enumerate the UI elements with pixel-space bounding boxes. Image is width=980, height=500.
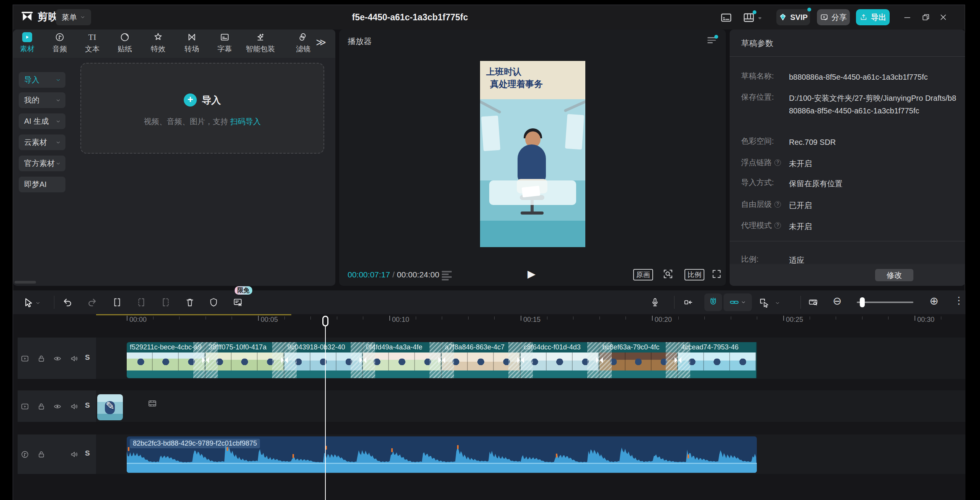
eye-icon[interactable] [53,402,62,411]
workspace-layout-icon[interactable] [743,11,755,24]
lock-icon[interactable] [37,402,46,411]
horizontal-scrollbar[interactable] [15,281,36,284]
export-button[interactable]: 导出 [856,9,890,25]
sidebar-item-mine[interactable]: 我的 [19,92,65,108]
lock-icon[interactable] [37,354,46,363]
player-menu-icon[interactable] [707,37,716,45]
transition-icon[interactable] [674,356,682,364]
transition-icon[interactable] [201,356,210,364]
sidebar-item-official-media[interactable]: 官方素材 [19,156,65,171]
ratio-button[interactable]: 比例 [684,269,704,280]
fullscreen-icon[interactable] [711,269,723,280]
film-clip-icon[interactable] [148,399,157,408]
ruler-label: 00:05 [261,316,278,324]
smart-crop-icon[interactable] [233,297,243,307]
preview-mode-chevron-icon[interactable] [775,300,780,306]
maximize-button[interactable] [921,13,930,22]
split-keep-left-icon[interactable] [136,297,146,307]
transition-icon[interactable] [359,356,367,364]
sidebar-label: 云素材 [24,137,47,148]
mask-shield-icon[interactable] [209,297,219,307]
help-icon[interactable]: ? [774,201,781,208]
minimize-button[interactable] [903,13,912,22]
sidebar-item-ai-generate[interactable]: AI 生成 [19,113,65,129]
tab-sticker[interactable]: 贴纸 [109,32,141,56]
video-track-icon [21,354,29,363]
preview-image[interactable]: 上班时认 真处理着事务 [480,61,585,247]
zoom-in-icon[interactable]: ⊕ [929,296,938,306]
adapt-timeline-icon[interactable] [808,297,818,307]
tab-text[interactable]: TI 文本 [76,32,108,56]
more-options-icon[interactable]: ⋮ [954,295,964,305]
zoom-out-icon[interactable]: ⊖ [833,296,841,306]
tab-label: 素材 [20,44,34,54]
more-tabs-button[interactable]: ≫ [313,36,328,48]
playhead-handle[interactable] [322,316,328,326]
import-dropzone[interactable]: + 导入 视频、音频、图片，支持 扫码导入 [80,63,324,154]
ruler-tick [573,316,573,320]
svip-button[interactable]: SVIP [776,9,810,25]
mute-speaker-icon[interactable] [70,402,78,411]
field-label: 草稿名称: [741,71,774,81]
mute-speaker-icon[interactable] [70,450,78,459]
solo-button[interactable]: S [85,449,90,457]
field-value: 未开启 [789,157,956,170]
lock-icon[interactable] [37,450,46,459]
record-voiceover-icon[interactable] [650,297,660,307]
original-quality-button[interactable]: 原画 [633,269,653,280]
auto-snap-icon[interactable] [683,297,693,307]
tab-audio[interactable]: 音频 [44,32,76,56]
preview-follow-cursor-icon[interactable] [759,297,770,307]
tab-smart-pack[interactable]: 智能包装 [241,32,279,56]
magnet-snap-toggle[interactable] [704,293,722,311]
help-icon[interactable]: ? [774,222,781,229]
menu-button[interactable]: 菜单 [56,9,91,25]
link-preview-toggle[interactable] [724,293,752,311]
split-keep-right-icon[interactable] [161,297,171,307]
split-clip-icon[interactable] [112,297,122,307]
sidebar-item-jimeng-ai[interactable]: 即梦AI [19,177,65,192]
share-button[interactable]: 分享 [817,9,850,25]
frame-preview-icon[interactable] [442,271,452,282]
tab-captions[interactable]: 字幕 [209,32,241,56]
transition-icon[interactable] [516,356,525,364]
close-button[interactable] [939,13,948,22]
zoom-preview-icon[interactable] [662,268,674,280]
chevron-down-icon [56,119,61,124]
mute-speaker-icon[interactable] [70,354,78,363]
sidebar-item-cloud-media[interactable]: 云素材 [19,134,65,150]
transition-icon[interactable] [280,356,289,364]
timeline-zoom-handle[interactable] [860,297,865,307]
track-header: S [18,390,96,422]
field-value: 保留在原有位置 [789,177,956,190]
solo-button[interactable]: S [85,353,90,362]
select-tool-icon[interactable] [22,297,34,307]
sidebar-item-import[interactable]: 导入 [19,72,65,88]
field-label: 浮点链路 [741,157,772,168]
field-label: 导入方式: [741,177,774,188]
draft-panel-footer: 修改 [730,264,965,286]
help-icon[interactable]: ? [774,159,781,166]
solo-button[interactable]: S [85,401,90,410]
transition-icon[interactable] [595,356,604,364]
timeline-zoom-slider[interactable] [857,302,913,303]
timeline-ruler[interactable]: 00:0000:0500:1000:1500:2000:2500:30 [13,314,965,330]
tab-label: 贴纸 [118,44,132,54]
modify-button[interactable]: 修改 [875,269,913,281]
select-tool-chevron-icon[interactable] [35,300,41,306]
tab-effects[interactable]: 特效 [142,32,174,56]
tab-media[interactable]: 素材 [11,32,43,56]
redo-icon[interactable] [87,297,97,307]
audio-clip[interactable]: 82bc2fc3-bd88-429c-9789-f2c01cbf9875 [127,436,757,473]
layout-chevron-icon[interactable] [757,16,763,21]
undo-icon[interactable] [62,297,72,307]
caption-layout-icon[interactable] [720,11,732,24]
scan-import-link[interactable]: 扫码导入 [230,117,261,126]
eye-icon[interactable] [53,354,62,363]
transition-icon[interactable] [438,356,446,364]
play-button[interactable]: ▶ [528,268,536,280]
delete-icon[interactable] [185,297,195,307]
ruler-tick [206,316,206,320]
cover-thumbnail[interactable]: ✎ [97,394,123,420]
tab-transitions[interactable]: 转场 [176,32,208,56]
